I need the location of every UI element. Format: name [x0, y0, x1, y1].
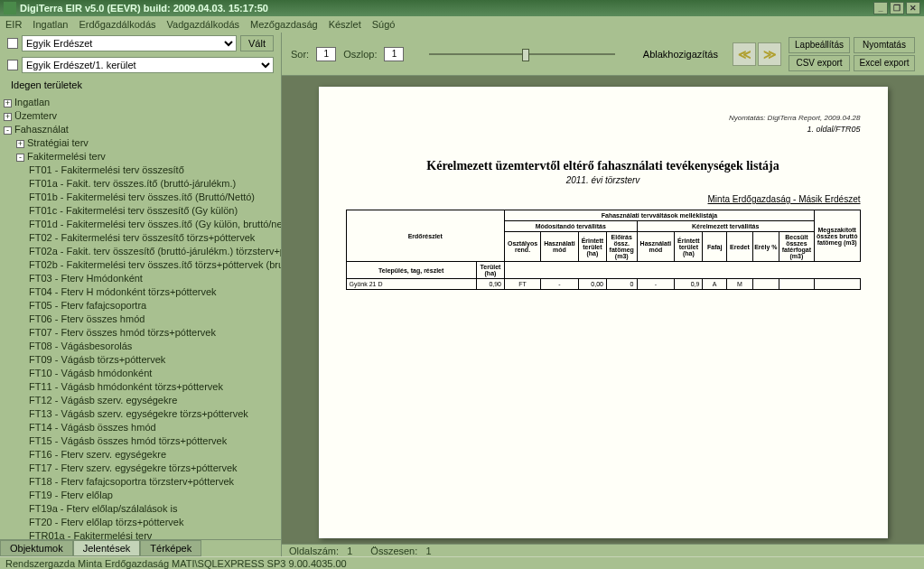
menu-ingatlan[interactable]: Ingatlan: [33, 19, 68, 30]
tree-toggle-icon[interactable]: +: [16, 140, 24, 148]
tree-label: FT14 - Vágásb összes hmód: [29, 422, 156, 433]
tree-node[interactable]: FT01d - Fakitermelési terv összes.ítő (G…: [29, 218, 277, 231]
tree-node[interactable]: FT04 - Fterv H módonként törzs+póttervek: [29, 285, 277, 299]
tree-node[interactable]: +Ingatlan: [4, 96, 277, 109]
tree-node[interactable]: FT01b - Fakitermelési terv összes.ítő (B…: [29, 191, 277, 204]
tree-node[interactable]: FT06 - Fterv összes hmód: [29, 312, 277, 326]
tab-objektumok[interactable]: Objektumok: [0, 540, 73, 556]
menu-vadgazdálkodás[interactable]: Vadgazdálkodás: [167, 19, 240, 30]
maximize-button[interactable]: ❐: [890, 2, 904, 14]
tree-node[interactable]: FT02a - Fakit. terv összesítő (bruttó-já…: [29, 245, 277, 258]
menu-súgó[interactable]: Súgó: [372, 19, 396, 30]
tree-view[interactable]: +Ingatlan+Üzemterv-Fahasználat+Stratégia…: [0, 94, 281, 539]
tree-label: FT11 - Vágásb hmódonként törzs+póttervek: [29, 381, 223, 392]
tree-node[interactable]: FTR01a - Fakitermelési terv: [29, 529, 277, 539]
tree-node[interactable]: FT16 - Fterv szerv. egységekre: [29, 448, 277, 462]
window-title: DigiTerra EIR v5.0 (EEVR) build: 2009.04…: [20, 3, 872, 14]
tree-node[interactable]: +Stratégiai terv: [16, 136, 277, 150]
tree-node[interactable]: FT07 - Fterv összes hmód törzs+póttervek: [29, 326, 277, 340]
th-megsz: Megszakított összes bruttó fatömeg (m3): [814, 210, 860, 262]
bottom-tabs: ObjektumokJelentésekTérképek: [0, 539, 281, 556]
tree-label: FT09 - Vágásb törzs+póttervek: [29, 354, 165, 365]
tree-node[interactable]: FT02b - Fakitermelési terv összes.ítő tö…: [29, 258, 277, 272]
combo1-checkbox[interactable]: [7, 38, 18, 49]
oszlop-input[interactable]: [384, 47, 404, 61]
tree-node[interactable]: FT19 - Fterv előlap: [29, 489, 277, 502]
tree-node[interactable]: FT03 - Fterv Hmódonként: [29, 272, 277, 285]
tree-toggle-icon[interactable]: -: [4, 126, 12, 135]
tree-label: FT06 - Fterv összes hmód: [29, 313, 145, 324]
next-page-button[interactable]: ≫: [758, 42, 781, 66]
tree-label: FT12 - Vágásb szerv. egységekre: [29, 395, 177, 406]
report-toolbar: Sor: Oszlop: Ablakhozigazítás ≪ ≫ Lapbeá…: [282, 33, 924, 76]
tree-label: FT20 - Fterv előlap törzs+póttervek: [29, 517, 183, 527]
tree-node[interactable]: FT08 - Vágásbesorolás: [29, 340, 277, 353]
menu-erdőgazdálkodás[interactable]: Erdőgazdálkodás: [79, 19, 156, 30]
tree-node[interactable]: FT12 - Vágásb szerv. egységekre: [29, 394, 277, 407]
tree-node[interactable]: FT02 - Fakitermelési terv összesítő törz…: [29, 231, 277, 245]
tree-node[interactable]: FT15 - Vágásb összes hmód törzs+pótterve…: [29, 434, 277, 448]
th-modo: Módosítandó tervállítás: [505, 221, 638, 232]
close-button[interactable]: ✕: [906, 2, 920, 14]
doc-subtitle: 2011. évi törzsterv: [346, 175, 861, 185]
tree-node[interactable]: FT01c - Fakitermelési terv összesítő (Gy…: [29, 204, 277, 218]
oszlop-label: Oszlop:: [343, 49, 377, 60]
document-viewport[interactable]: Nyomtatás: DigiTerra Report, 2009.04.28 …: [282, 76, 924, 544]
tree-toggle-icon[interactable]: +: [4, 99, 12, 107]
valt-button[interactable]: Vált: [240, 35, 274, 51]
th-erdo: Erdőrészlet: [346, 210, 505, 262]
combo2-select[interactable]: Egyik Erdészet/1. kerület: [22, 57, 274, 73]
tree-node[interactable]: -Fakitermelési terv: [16, 150, 277, 163]
tree-label: FT16 - Fterv szerv. egységekre: [29, 449, 166, 460]
combo1-select[interactable]: Egyik Erdészet: [22, 35, 237, 51]
tree-node[interactable]: FT05 - Fterv fafajcsoportra: [29, 299, 277, 312]
combo2-checkbox[interactable]: [7, 60, 18, 70]
app-icon: [4, 2, 16, 14]
th-kerel: Kérelmezett tervállítás: [637, 221, 814, 232]
prev-page-button[interactable]: ≪: [733, 42, 756, 66]
tree-node[interactable]: FT01a - Fakit. terv összes.ítő (bruttó-j…: [29, 177, 277, 191]
tree-toggle-icon[interactable]: +: [4, 113, 12, 121]
tree-node[interactable]: FT11 - Vágásb hmódonként törzs+póttervek: [29, 380, 277, 394]
tree-node[interactable]: +Üzemterv: [4, 109, 277, 123]
tree-label: FT05 - Fterv fafajcsoportra: [29, 300, 146, 311]
table-row: Gyönk 21 D 0,90 FT - 0,00 0 - 0,9 A M: [346, 279, 860, 290]
csv-export-button[interactable]: CSV export: [789, 55, 850, 71]
excel-export-button[interactable]: Excel export: [854, 55, 915, 71]
tree-toggle-icon[interactable]: -: [16, 154, 24, 162]
lapbeallitas-button[interactable]: Lapbeállítás: [789, 37, 850, 53]
tree-node[interactable]: FT13 - Vágásb szerv. egységekre törzs+pó…: [29, 407, 277, 421]
tree-node[interactable]: FT20 - Fterv előlap törzs+póttervek: [29, 516, 277, 529]
tree-label: FTR01a - Fakitermelési terv: [29, 530, 152, 539]
tree-node[interactable]: FT10 - Vágásb hmódonként: [29, 367, 277, 380]
tree-label: FT15 - Vágásb összes hmód törzs+pótterve…: [29, 435, 227, 446]
menu-készlet[interactable]: Készlet: [329, 19, 361, 30]
tree-node[interactable]: FT19a - Fterv előlap/szálalások is: [29, 502, 277, 516]
tree-label: FT02a - Fakit. terv összesítő (bruttó-já…: [29, 246, 281, 257]
sor-input[interactable]: [316, 47, 336, 61]
tree-label: Üzemterv: [14, 110, 57, 121]
tree-label: Fakitermelési terv: [27, 151, 106, 162]
th-erely: Erély %: [752, 232, 779, 262]
tree-node[interactable]: -Fahasználat: [4, 123, 277, 136]
nyomtatas-button[interactable]: Nyomtatás: [854, 37, 915, 53]
zoom-slider[interactable]: [411, 53, 632, 55]
th-telep: Település, tag, részlet: [346, 262, 476, 279]
tree-label: FT08 - Vágásbesorolás: [29, 340, 132, 351]
tree-node[interactable]: FT18 - Fterv fafajcsoportra törzsterv+pó…: [29, 475, 277, 489]
tree-node[interactable]: FT17 - Fterv szerv. egységekre törzs+pót…: [29, 462, 277, 475]
tree-node[interactable]: FT01 - Fakitermelési terv összesítő: [29, 163, 277, 177]
tab-térképek[interactable]: Térképek: [140, 540, 201, 556]
tree-label: FT03 - Fterv Hmódonként: [29, 273, 143, 284]
tree-label: FT18 - Fterv fafajcsoportra törzsterv+pó…: [29, 476, 234, 487]
tree-node[interactable]: FT14 - Vágásb összes hmód: [29, 421, 277, 434]
th-fafaj: Fafaj: [703, 232, 727, 262]
th-eredet: Eredet: [727, 232, 753, 262]
tab-jelentések[interactable]: Jelentések: [73, 540, 141, 556]
tree-node[interactable]: FT09 - Vágásb törzs+póttervek: [29, 353, 277, 367]
left-panel: Egyik Erdészet Vált Egyik Erdészet/1. ke…: [0, 33, 282, 556]
menu-mezőgazdaság[interactable]: Mezőgazdaság: [250, 19, 318, 30]
tree-label: FT04 - Fterv H módonként törzs+póttervek: [29, 286, 217, 297]
menu-eir[interactable]: EIR: [5, 19, 22, 30]
minimize-button[interactable]: _: [873, 2, 888, 14]
